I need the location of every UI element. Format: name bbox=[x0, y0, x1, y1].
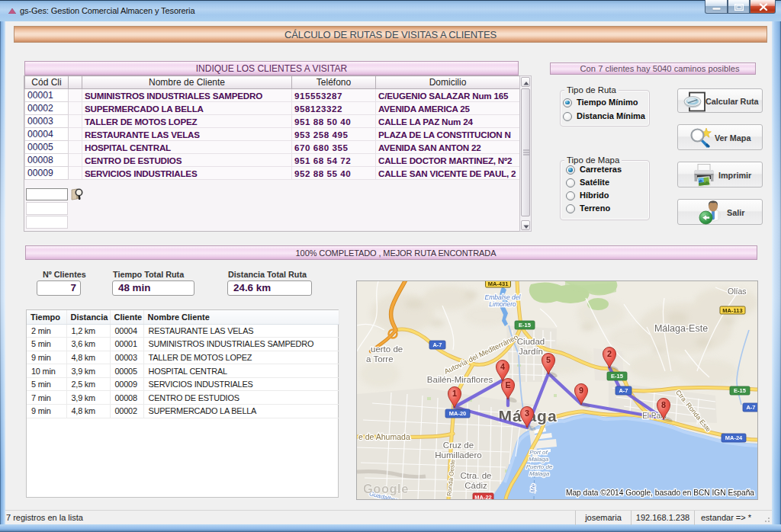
svg-text:A-7: A-7 bbox=[619, 387, 628, 394]
svg-text:Jardín: Jardín bbox=[519, 347, 543, 356]
svg-text:A-7: A-7 bbox=[432, 341, 442, 348]
svg-text:Google: Google bbox=[363, 482, 409, 495]
svg-text:Bailén-Miraflores: Bailén-Miraflores bbox=[427, 375, 493, 384]
svg-text:Málaga-Este: Málaga-Este bbox=[654, 323, 708, 334]
svg-text:Ciudad: Ciudad bbox=[517, 337, 545, 346]
svg-text:Me: Me bbox=[529, 483, 537, 492]
svg-text:Málaga: Málaga bbox=[529, 456, 549, 463]
svg-text:MA-22: MA-22 bbox=[474, 494, 492, 499]
svg-text:1: 1 bbox=[452, 389, 457, 398]
svg-text:8: 8 bbox=[661, 400, 666, 409]
svg-text:Ctra. de: Ctra. de bbox=[461, 471, 492, 480]
svg-text:E: E bbox=[505, 380, 510, 389]
svg-text:uerto de: uerto de bbox=[371, 345, 403, 354]
svg-text:Málaga: Málaga bbox=[529, 470, 550, 477]
svg-text:Port of: Port of bbox=[529, 449, 548, 456]
svg-text:2: 2 bbox=[607, 349, 612, 358]
svg-text:E-15: E-15 bbox=[519, 322, 531, 328]
svg-text:3: 3 bbox=[525, 409, 529, 418]
svg-text:e de Ahumada: e de Ahumada bbox=[358, 432, 410, 441]
svg-text:Map data ©2014 Google, basado: Map data ©2014 Google, basado en BCN IGN… bbox=[566, 489, 754, 497]
svg-text:Olías: Olías bbox=[728, 287, 747, 296]
svg-text:MA-24: MA-24 bbox=[725, 434, 743, 441]
svg-text:MA-20: MA-20 bbox=[449, 410, 467, 417]
svg-text:9: 9 bbox=[579, 386, 583, 395]
svg-text:a Torre: a Torre bbox=[366, 354, 394, 364]
svg-text:MA-113: MA-113 bbox=[722, 307, 742, 314]
svg-text:E-15: E-15 bbox=[611, 373, 623, 380]
svg-text:Limonero: Limonero bbox=[489, 300, 516, 308]
svg-text:Cádiz: Cádiz bbox=[464, 481, 487, 490]
svg-text:Humilladero: Humilladero bbox=[435, 450, 481, 460]
svg-text:Cruz de: Cruz de bbox=[443, 441, 474, 450]
svg-text:5: 5 bbox=[546, 355, 551, 364]
svg-text:Puerto de: Puerto de bbox=[526, 463, 553, 470]
svg-text:4: 4 bbox=[500, 362, 505, 371]
svg-text:E-15: E-15 bbox=[734, 387, 746, 394]
svg-text:MA-431: MA-431 bbox=[488, 281, 509, 287]
svg-text:A-7: A-7 bbox=[746, 404, 755, 411]
